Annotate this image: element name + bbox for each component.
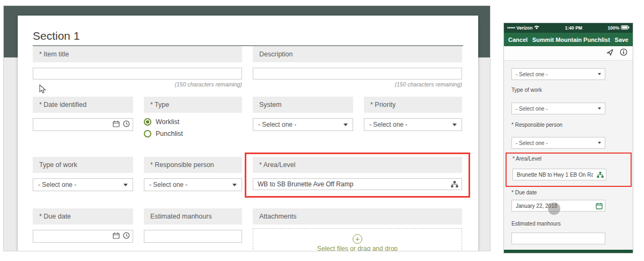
- clock-time: 1:40 PM: [565, 25, 582, 31]
- hierarchy-icon[interactable]: [597, 171, 604, 180]
- calendar-icon[interactable]: [113, 120, 120, 129]
- dropzone-text: Select files or drag and drop: [317, 245, 398, 252]
- type-of-work-select[interactable]: - Select one -: [33, 178, 133, 191]
- wifi-icon: [534, 25, 539, 31]
- item-title-hint: (150 characters remaining): [33, 81, 242, 88]
- save-button[interactable]: Save: [614, 37, 628, 43]
- radio-selected-icon: [144, 118, 151, 126]
- priority-label: * Priority: [364, 97, 462, 113]
- calendar-icon[interactable]: [596, 202, 603, 212]
- description-label: Description: [253, 46, 462, 62]
- chevron-down-icon: [343, 124, 348, 126]
- radio-worklist[interactable]: Worklist: [144, 118, 242, 126]
- type-label: * Type: [144, 97, 242, 113]
- cancel-button[interactable]: Cancel: [508, 37, 528, 43]
- system-label: System: [253, 97, 353, 113]
- phone-page-title: Summit Mountain Punchlist: [532, 37, 610, 43]
- plus-icon: +: [353, 234, 362, 244]
- phone-due-date-input[interactable]: [511, 200, 605, 212]
- section-title: Section 1: [33, 30, 463, 46]
- date-identified-label: * Date identified: [33, 97, 133, 113]
- attachments-dropzone[interactable]: + Select files or drag and drop: [253, 228, 462, 251]
- priority-select[interactable]: - Select one -: [364, 118, 462, 131]
- radio-punchlist[interactable]: Punchlist: [144, 130, 242, 137]
- phone-type-of-work-select-value: - Select one -: [516, 106, 547, 112]
- system-select[interactable]: - Select one -: [253, 118, 353, 131]
- desktop-screenshot-panel: Section 1 * Item title (150 characters r…: [3, 5, 491, 251]
- area-level-label: * Area/Level: [253, 157, 462, 173]
- phone-estimated-manhours-label: Estimated manhours: [511, 221, 625, 227]
- radio-worklist-label: Worklist: [156, 118, 179, 126]
- responsible-person-label: * Responsible person: [144, 157, 242, 173]
- phone-bottom-bar: [504, 250, 633, 253]
- phone-system-select[interactable]: - Select one -: [511, 68, 605, 80]
- item-title-input[interactable]: [33, 68, 242, 79]
- navigation-arrow-icon[interactable]: [606, 48, 613, 58]
- description-input[interactable]: [253, 68, 462, 79]
- estimated-manhours-label: Estimated manhours: [144, 208, 242, 224]
- phone-area-level-highlight-box: * Area/Level: [506, 153, 632, 187]
- chevron-down-icon: [598, 107, 601, 110]
- priority-select-value: - Select one -: [369, 121, 407, 128]
- estimated-manhours-input[interactable]: [144, 230, 242, 243]
- chevron-down-icon: [452, 124, 457, 126]
- item-title-label: * Item title: [33, 46, 242, 62]
- area-level-highlight-box: * Area/Level: [245, 153, 470, 198]
- type-radio-group: Worklist Punchlist: [144, 118, 242, 142]
- type-of-work-select-value: - Select one -: [38, 181, 76, 189]
- type-of-work-label: Type of work: [33, 157, 133, 173]
- radio-punchlist-label: Punchlist: [156, 130, 183, 137]
- phone-estimated-manhours-input[interactable]: [511, 233, 605, 244]
- mouse-cursor-icon: [39, 84, 46, 96]
- attachments-label: Attachments: [253, 208, 462, 224]
- phone-type-of-work-label: Type of work: [511, 87, 625, 93]
- battery-icon: [621, 25, 630, 31]
- chevron-down-icon: [232, 184, 237, 186]
- system-select-value: - Select one -: [258, 121, 296, 128]
- phone-due-date-label: * Due date: [511, 190, 625, 195]
- phone-area-level-label: * Area/Level: [513, 156, 625, 162]
- chevron-down-icon: [123, 184, 128, 186]
- phone-system-select-value: - Select one -: [516, 71, 547, 77]
- radio-unselected-icon: [144, 130, 151, 137]
- phone-nav-bar: Cancel Summit Mountain Punchlist Save: [504, 33, 633, 46]
- description-hint: (150 characters remaining): [253, 81, 462, 88]
- form-card: Section 1 * Item title (150 characters r…: [18, 16, 478, 251]
- battery-percent: 100%: [608, 25, 619, 31]
- chevron-down-icon: [598, 142, 601, 144]
- phone-form: - Select one - Type of work - Select one…: [504, 61, 633, 244]
- phone-status-bar: ••••• Verizon 1:40 PM 100%: [504, 23, 633, 33]
- phone-responsible-person-label: * Responsible person: [511, 122, 625, 128]
- info-icon[interactable]: [620, 48, 627, 58]
- clock-icon[interactable]: [123, 231, 130, 241]
- carrier-label: ••••• Verizon: [507, 25, 532, 31]
- phone-responsible-person-select[interactable]: - Select one -: [511, 137, 605, 149]
- clock-icon[interactable]: [123, 120, 130, 129]
- due-date-label: * Due date: [33, 208, 133, 224]
- hierarchy-icon[interactable]: [451, 180, 458, 190]
- calendar-icon[interactable]: [113, 231, 120, 241]
- phone-responsible-person-select-value: - Select one -: [516, 140, 547, 146]
- phone-type-of-work-select[interactable]: - Select one -: [511, 103, 605, 114]
- phone-screenshot-panel: ••••• Verizon 1:40 PM 100% Cancel Summit…: [503, 23, 633, 253]
- phone-area-level-input[interactable]: [513, 169, 606, 180]
- chevron-down-icon: [598, 73, 601, 75]
- responsible-person-select[interactable]: - Select one -: [144, 178, 242, 191]
- phone-toolbar: [504, 46, 633, 61]
- responsible-person-select-value: - Select one -: [149, 181, 187, 189]
- area-level-input[interactable]: [253, 178, 462, 190]
